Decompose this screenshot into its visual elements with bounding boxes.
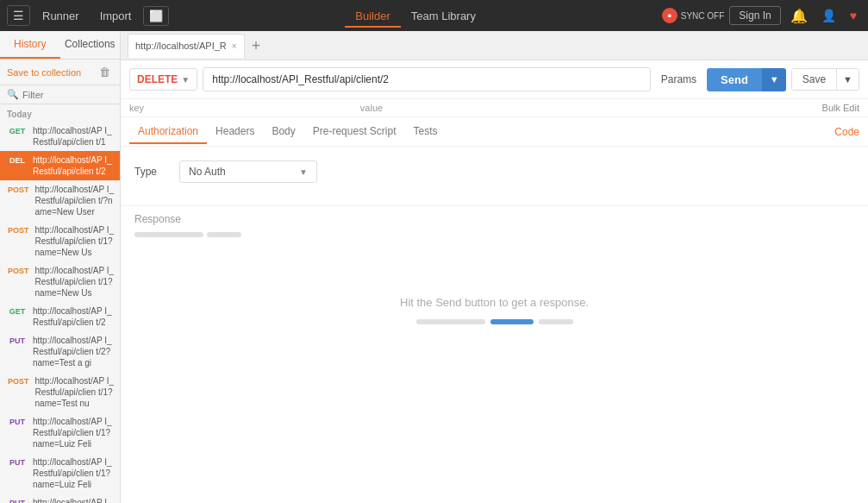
type-select[interactable]: No Auth ▼ [179,160,317,183]
history-item[interactable]: POST http://localhost/AP I_Restful/api/c… [0,180,120,221]
bell-button[interactable]: 🔔 [786,6,812,26]
sidebar-toolbar: Save to collection 🗑 [0,60,120,85]
history-item[interactable]: POST http://localhost/AP I_Restful/api/c… [0,372,120,412]
history-url: http://localhost/AP I_Restful/api/clien … [35,265,115,299]
sign-in-button[interactable]: Sign In [729,6,780,25]
search-icon: 🔍 [7,89,19,100]
collections-tab[interactable]: Collections [60,31,121,59]
tab-body[interactable]: Body [263,120,303,144]
request-tab[interactable]: http://localhost/API_R × [128,34,245,58]
sync-button[interactable]: ● SYNC OFF [662,8,725,23]
request-headers-row: key value Bulk Edit [121,99,868,117]
response-label-container: Response [121,206,868,232]
response-placeholder-text: Hit the Send button to get a response. [400,296,589,309]
auth-section: Type No Auth ▼ [121,147,868,205]
inner-tabs: Authorization Headers Body Pre-request S… [121,117,868,147]
method-badge: PUT [5,457,29,468]
history-url: http://localhost/AP I_Restful/api/clien … [33,125,115,148]
send-dropdown-button[interactable]: ▼ [762,68,786,91]
save-dropdown-button[interactable]: ▼ [836,69,859,90]
bar-segment-3 [539,319,573,324]
history-url: http://localhost/AP I_Restful/api/clien … [33,335,115,368]
method-badge: POST [5,185,32,195]
bar-segment-2 [490,319,534,324]
response-label: Response [134,213,181,225]
history-item[interactable]: PUT http://localhost/AP I_Restful/AP [0,494,120,503]
send-group: Send ▼ [707,68,786,91]
loading-bar [416,319,573,324]
tab-headers[interactable]: Headers [207,120,263,144]
params-button[interactable]: Params [656,70,702,89]
method-badge: PUT [5,498,29,503]
history-item[interactable]: GET http://localhost/AP I_Restful/api/cl… [0,302,120,331]
history-item[interactable]: GET http://localhost/AP I_Restful/api/cl… [0,122,120,151]
today-section-label: Today [0,104,120,122]
response-mini-bar [121,232,868,244]
save-group: Save ▼ [791,68,859,91]
type-label: Type [134,166,169,178]
placeholder-bar-2 [207,232,241,237]
save-button[interactable]: Save [792,69,836,90]
method-badge: POST [5,376,32,387]
import-button[interactable]: Import [91,6,141,26]
method-badge: GET [5,306,29,317]
history-item[interactable]: POST http://localhost/AP I_Restful/api/c… [0,221,120,261]
type-value: No Auth [189,166,226,178]
type-row: Type No Auth ▼ [134,160,854,183]
user-icon: 👤 [821,9,836,22]
history-tab[interactable]: History [0,31,60,59]
tab-pre-request-script[interactable]: Pre-request Script [304,120,405,144]
history-url: http://localhost/AP I_Restful/api/clien … [33,416,115,450]
user-button[interactable]: 👤 [817,6,840,25]
url-bar: DELETE ▼ Params Send ▼ Save ▼ [121,60,868,99]
builder-tab[interactable]: Builder [345,6,400,26]
value-column-header: value [360,103,822,113]
history-item[interactable]: DEL http://localhost/AP I_Restful/api/cl… [0,151,120,180]
close-tab-button[interactable]: × [232,41,237,51]
tab-tests[interactable]: Tests [404,120,446,144]
history-url: http://localhost/AP I_Restful/AP [33,497,115,503]
tab-bar: http://localhost/API_R × + [121,31,868,60]
history-item[interactable]: PUT http://localhost/AP I_Restful/api/cl… [0,331,120,372]
sidebar: History Collections Save to collection 🗑… [0,31,121,503]
content-area: http://localhost/API_R × + DELETE ▼ Para… [121,31,868,503]
method-dropdown-arrow: ▼ [181,75,190,85]
placeholder-bar-1 [134,232,203,237]
trash-icon: 🗑 [99,66,110,79]
heart-button[interactable]: ♥ [846,6,861,25]
runner-button[interactable]: Runner [34,6,88,26]
bulk-edit-button[interactable]: Bulk Edit [822,103,859,113]
history-item[interactable]: PUT http://localhost/AP I_Restful/api/cl… [0,412,120,453]
method-badge: PUT [5,417,29,427]
heart-icon: ♥ [850,9,857,22]
key-column-header: key [129,103,360,113]
method-select[interactable]: DELETE ▼ [129,68,197,91]
method-badge: POST [5,225,32,236]
code-link[interactable]: Code [834,126,859,138]
sync-label: SYNC OFF [681,11,725,21]
method-badge: PUT [5,336,29,346]
history-url: http://localhost/AP I_Restful/api/clien … [33,305,115,328]
response-placeholder: Hit the Send button to get a response. [121,244,868,376]
history-url: http://localhost/AP I_Restful/api/clien … [33,154,115,177]
history-item[interactable]: POST http://localhost/AP I_Restful/api/c… [0,261,120,302]
type-dropdown-arrow: ▼ [299,167,308,177]
add-tab-button[interactable]: + [248,38,265,53]
history-list: Today GET http://localhost/AP I_Restful/… [0,104,120,503]
method-badge: GET [5,126,29,136]
menu-button[interactable]: ☰ [7,5,30,26]
url-input[interactable] [203,67,650,91]
history-item[interactable]: PUT http://localhost/AP I_Restful/api/cl… [0,453,120,494]
save-to-collection[interactable]: Save to collection [7,67,81,78]
team-library-tab[interactable]: Team Library [401,6,486,26]
top-nav: ☰ Runner Import ⬜ Builder Team Library ●… [0,0,868,31]
layout-icon-button[interactable]: ⬜ [143,6,169,26]
url-bar-right: Params Send ▼ Save ▼ [656,68,859,91]
tab-authorization[interactable]: Authorization [129,120,207,144]
history-url: http://localhost/AP I_Restful/api/clien … [35,184,115,217]
bell-icon: 🔔 [790,9,808,23]
delete-history-button[interactable]: 🗑 [97,65,113,79]
sync-icon: ● [662,8,678,23]
send-button[interactable]: Send [707,68,762,91]
request-tab-label: http://localhost/API_R [135,41,227,51]
